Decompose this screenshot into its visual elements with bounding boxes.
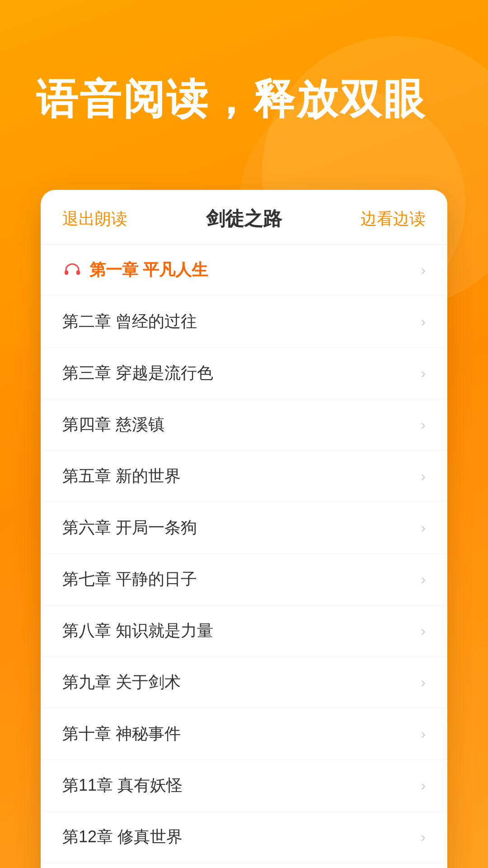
chevron-right-icon: › [421,726,426,742]
chapter-name: 第九章 关于剑术 [62,671,181,693]
chevron-right-icon: › [421,829,426,845]
chapter-item-left: 第四章 慈溪镇 [62,414,164,436]
chevron-right-icon: › [421,365,426,382]
svg-rect-1 [76,270,80,275]
chapter-item[interactable]: 第四章 慈溪镇 › [41,399,447,451]
side-read-button[interactable]: 边看边读 [361,208,426,230]
chevron-right-icon: › [421,623,426,639]
chapter-name: 第四章 慈溪镇 [62,414,164,436]
chapter-item-left: 第十章 神秘事件 [62,723,181,745]
chevron-right-icon: › [421,674,426,691]
chevron-right-icon: › [421,313,426,330]
hero-title: 语音阅读，释放双眼 [36,72,452,127]
chapter-item[interactable]: 第三章 穿越是流行色 › [41,348,447,399]
chapter-list: 第一章 平凡人生 › 第二章 曾经的过往 › 第三章 穿越是流行色 › 第四章 … [41,245,447,868]
chapter-item[interactable]: 第二章 曾经的过往 › [41,296,447,348]
chapter-name: 第一章 平凡人生 [89,259,208,281]
chapter-name: 第三章 穿越是流行色 [62,362,213,384]
chapter-item[interactable]: 第八章 知识就是力量 › [41,605,447,657]
chapter-item[interactable]: 第十章 神秘事件 › [41,708,447,760]
chevron-right-icon: › [421,262,426,278]
chapter-name: 第十章 神秘事件 [62,723,181,745]
chapter-item-left: 第一章 平凡人生 [62,259,208,281]
chapter-item[interactable]: 第12章 修真世界 › [41,811,447,863]
chapter-item-left: 第九章 关于剑术 [62,671,181,693]
chapter-item[interactable]: 第六章 开局一条狗 › [41,502,447,554]
chapter-item[interactable]: 第九章 关于剑术 › [41,657,447,708]
chapter-item-left: 第五章 新的世界 [62,465,181,487]
chapter-item-left: 第八章 知识就是力量 [62,620,213,642]
chapter-name: 第六章 开局一条狗 [62,517,197,539]
chevron-right-icon: › [421,416,426,433]
chapter-name: 第二章 曾经的过往 [62,311,197,333]
chapter-item[interactable]: 第11章 真有妖怪 › [41,760,447,811]
chapter-item-left: 第七章 平静的日子 [62,568,197,590]
chapter-item-left: 第六章 开局一条狗 [62,517,197,539]
chapter-item[interactable]: 第五章 新的世界 › [41,451,447,502]
chapter-item-left: 第二章 曾经的过往 [62,311,197,333]
chapter-name: 第12章 修真世界 [62,826,183,848]
svg-rect-0 [65,270,68,275]
exit-reading-button[interactable]: 退出朗读 [62,208,127,230]
chapter-name: 第七章 平静的日子 [62,568,197,590]
reader-panel: 退出朗读 剑徒之路 边看边读 第一章 平凡人生 › 第二章 曾经的 [41,190,447,868]
chapter-name: 第八章 知识就是力量 [62,620,213,642]
chevron-right-icon: › [421,571,426,588]
chapter-item[interactable]: 第一章 平凡人生 › [41,245,447,296]
chevron-right-icon: › [421,468,426,485]
chapter-item[interactable]: 第七章 平静的日子 › [41,554,447,605]
chapter-name: 第11章 真有妖怪 [62,774,183,797]
panel-header: 退出朗读 剑徒之路 边看边读 [41,190,447,245]
chapter-item[interactable]: 第13章 一击而杀 › [41,863,447,868]
chapter-item-left: 第12章 修真世界 [62,826,183,848]
headphone-icon [62,260,82,280]
chevron-right-icon: › [421,519,426,536]
chapter-item-left: 第三章 穿越是流行色 [62,362,213,384]
chapter-name: 第五章 新的世界 [62,465,181,487]
chapter-item-left: 第11章 真有妖怪 [62,774,183,797]
book-title: 剑徒之路 [206,206,282,231]
chevron-right-icon: › [421,777,426,794]
